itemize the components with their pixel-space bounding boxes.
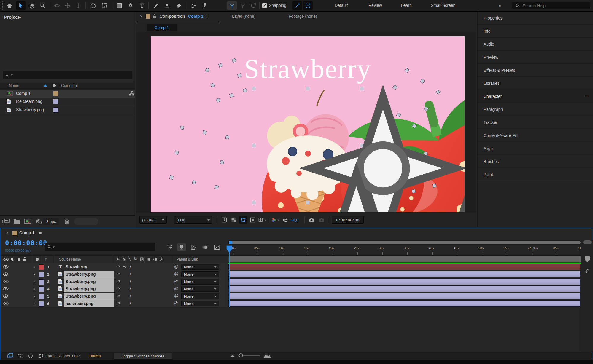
- snap-options-icon[interactable]: [292, 1, 302, 10]
- label-column-tag-icon[interactable]: [35, 257, 40, 262]
- layer-expander-chevron[interactable]: ›: [34, 293, 35, 298]
- selection-handle[interactable]: [252, 144, 255, 147]
- layer-visibility-eye-icon[interactable]: [3, 265, 9, 269]
- layer-label-swatch[interactable]: [39, 301, 44, 307]
- interpret-footage-icon[interactable]: [2, 218, 10, 225]
- selection-handle[interactable]: [252, 201, 255, 204]
- help-search-input[interactable]: [522, 3, 583, 8]
- layer-duration-bar[interactable]: [228, 271, 580, 277]
- selection-handle[interactable]: [175, 151, 179, 154]
- sidebar-item-effects-presets[interactable]: Effects & Presets: [478, 64, 593, 77]
- project-search-input[interactable]: [14, 73, 130, 78]
- layer-label-swatch[interactable]: [39, 272, 44, 277]
- type-tool-icon[interactable]: [137, 1, 147, 10]
- layer-visibility-eye-icon[interactable]: [3, 272, 9, 276]
- new-folder-icon[interactable]: [13, 218, 21, 225]
- resolution-dropdown[interactable]: (Full): [174, 216, 212, 224]
- quality-switch-icon[interactable]: /: [130, 272, 134, 277]
- panel-menu-icon[interactable]: ≡: [18, 14, 21, 20]
- composition-canvas[interactable]: Strawberry: [151, 36, 465, 212]
- layer-name[interactable]: Strawberry.png: [64, 285, 114, 292]
- selection-handle[interactable]: [169, 175, 173, 179]
- lock-column-icon[interactable]: [23, 257, 27, 261]
- parent-dropdown[interactable]: None: [181, 264, 219, 270]
- layer-name[interactable]: Strawberry.png: [64, 293, 114, 300]
- pan-camera-tool-icon[interactable]: [63, 1, 72, 10]
- tab-composition-name[interactable]: Comp 1: [188, 14, 203, 19]
- help-search-box[interactable]: [512, 2, 590, 9]
- layer-label-swatch[interactable]: [39, 294, 44, 299]
- frame-blending-icon[interactable]: [189, 243, 198, 251]
- column-source-name[interactable]: Source Name: [59, 257, 81, 261]
- shy-switch-icon[interactable]: [117, 264, 121, 269]
- layer-visibility-eye-icon[interactable]: [3, 287, 9, 291]
- sidebar-item-paint[interactable]: Paint: [478, 168, 593, 181]
- shy-switch-icon[interactable]: [117, 294, 121, 298]
- bit-depth-button[interactable]: 8 bpc: [43, 218, 59, 225]
- panel-menu-icon[interactable]: ≡: [585, 93, 588, 99]
- layer-row-6[interactable]: ›6Ice cream.png/@None: [0, 300, 228, 308]
- layer-row-5[interactable]: ›5Strawberry.png/@None: [0, 293, 228, 300]
- label-color-swatch[interactable]: [53, 99, 58, 104]
- world-axis-mode-icon[interactable]: [238, 1, 247, 10]
- layer-name[interactable]: Strawberry.png: [64, 271, 114, 278]
- timeline-zoom-slider-knob[interactable]: [239, 353, 243, 357]
- label-color-swatch[interactable]: [53, 107, 58, 113]
- solo-column-icon[interactable]: [18, 258, 20, 261]
- flowchart-icon[interactable]: [129, 91, 135, 96]
- search-filter-caret-icon[interactable]: [11, 74, 13, 76]
- layer-row-4[interactable]: ›4Strawberry.png/@None: [0, 285, 228, 293]
- sidebar-item-audio[interactable]: Audio: [478, 38, 593, 51]
- selection-handle[interactable]: [432, 184, 436, 188]
- pen-tool-icon[interactable]: [126, 1, 135, 10]
- quality-switch-icon[interactable]: /: [130, 286, 134, 291]
- new-composition-icon[interactable]: [24, 218, 31, 225]
- parent-dropdown[interactable]: None: [181, 286, 219, 292]
- shy-switch-icon[interactable]: [117, 272, 121, 276]
- column-name[interactable]: Name: [9, 83, 19, 88]
- workspace-small-screen[interactable]: Small Screen: [431, 3, 455, 8]
- layer-row-2[interactable]: ›2Strawberry.png/@None: [0, 271, 228, 278]
- channel-rgb-icon[interactable]: [271, 216, 279, 224]
- search-filter-caret-icon[interactable]: [53, 246, 55, 248]
- layer-label-swatch[interactable]: [39, 264, 44, 270]
- layer-duration-bar[interactable]: [228, 264, 580, 270]
- expand-layer-switches-pane-icon[interactable]: [7, 353, 14, 359]
- rotation-tool-icon[interactable]: [88, 1, 98, 10]
- collapse-transformations-switch-icon[interactable]: [123, 264, 127, 269]
- expand-render-time-pane-icon[interactable]: [37, 353, 44, 359]
- selection-handle[interactable]: [203, 130, 206, 134]
- sidebar-item-properties[interactable]: Properties: [478, 12, 593, 25]
- layer-expander-chevron[interactable]: ›: [34, 279, 35, 284]
- timeline-search-input[interactable]: [56, 245, 153, 250]
- label-column-tag-icon[interactable]: [52, 83, 57, 88]
- viewer-timecode[interactable]: 0:00:00:00: [332, 216, 364, 224]
- selection-handle[interactable]: [412, 189, 416, 193]
- orbit-camera-tool-icon[interactable]: [52, 1, 62, 10]
- timeline-horizontal-scrollbar[interactable]: [228, 240, 581, 245]
- workspace-review[interactable]: Review: [368, 3, 382, 8]
- toolbar-grip[interactable]: [1, 1, 3, 10]
- grid-and-guides-icon[interactable]: [258, 216, 266, 224]
- hand-tool-icon[interactable]: [27, 1, 37, 10]
- pan-behind-tool-icon[interactable]: [100, 1, 109, 10]
- sort-ascending-icon[interactable]: [43, 84, 47, 87]
- parent-pickwhip-icon[interactable]: @: [174, 264, 178, 269]
- layer-duration-bar[interactable]: [228, 278, 580, 285]
- comp-button-icon[interactable]: [584, 268, 590, 274]
- sidebar-item-character[interactable]: Character≡: [478, 90, 593, 103]
- close-tab-icon[interactable]: ×: [6, 231, 9, 235]
- layer-duration-bar[interactable]: [228, 300, 580, 307]
- exposure-shutter-icon[interactable]: [281, 216, 290, 224]
- layer-name[interactable]: Strawberry: [64, 263, 114, 270]
- sidebar-item-info[interactable]: Info: [478, 25, 593, 38]
- layer-duration-bar[interactable]: [228, 285, 580, 292]
- comp-label-swatch[interactable]: [145, 14, 150, 19]
- layer-visibility-eye-icon[interactable]: [3, 301, 9, 306]
- selection-handle[interactable]: [215, 185, 219, 189]
- time-ruler[interactable]: :00s05s10s15s20s25s30s35s40s45s50s55s01:…: [228, 245, 581, 256]
- viewer-subtab-comp1[interactable]: Comp 1: [147, 24, 177, 31]
- motion-blur-icon[interactable]: [201, 243, 210, 251]
- draft-3d-icon[interactable]: [177, 243, 186, 251]
- selection-handle[interactable]: [180, 126, 184, 130]
